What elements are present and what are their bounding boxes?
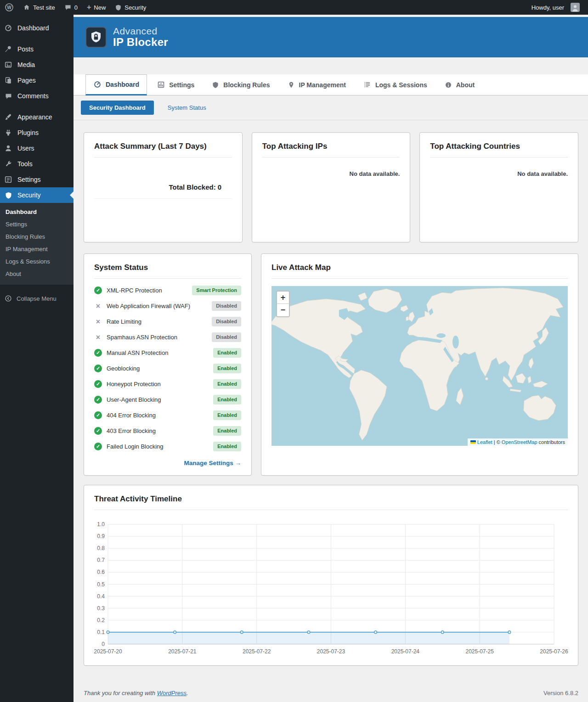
check-circle-icon: ✓ [94, 349, 102, 357]
sidebar-item-media[interactable]: Media [0, 57, 74, 73]
tab-bar: Dashboard Settings Blocking Rules IP Man… [74, 74, 588, 95]
status-badge: Enabled [213, 379, 241, 389]
leaflet-map[interactable]: + − Leaflet | © OpenStreetMap contributo… [271, 286, 568, 446]
status-label: Geoblocking [107, 365, 209, 372]
submenu-item-ip-management[interactable]: IP Management [0, 243, 74, 255]
security-dashboard-button[interactable]: Security Dashboard [81, 101, 154, 115]
sidebar-item-pages[interactable]: Pages [0, 73, 74, 88]
status-row: ✓ 403 Error Blocking Enabled [94, 423, 241, 438]
ukraine-flag-icon [470, 440, 476, 444]
footer: Thank you for creating with WordPress. V… [74, 666, 588, 696]
status-badge: Enabled [213, 395, 241, 404]
tab-about[interactable]: About [437, 74, 482, 95]
y-tick-label: 0.4 [97, 593, 105, 600]
zoom-out-button[interactable]: − [277, 304, 289, 316]
tab-label: Settings [169, 81, 194, 89]
wordpress-logo-menu[interactable]: W [0, 0, 18, 15]
submenu-item-about[interactable]: About [0, 268, 74, 280]
tab-settings[interactable]: Settings [150, 74, 202, 95]
status-row: ✓ Geoblocking Enabled [94, 360, 241, 376]
tab-label: IP Management [299, 81, 346, 89]
status-badge: Disabled [212, 301, 241, 311]
tab-blocking-rules[interactable]: Blocking Rules [204, 74, 277, 95]
card-title: Threat Activity Timeline [94, 494, 568, 510]
card-title: System Status [94, 263, 241, 279]
sidebar-item-users[interactable]: Users [0, 140, 74, 156]
y-tick-label: 0 [102, 641, 105, 647]
screen: W Test site 0 + New [0, 0, 588, 702]
status-map-row: System Status ✓ XML-RPC Protection Smart… [84, 253, 578, 476]
data-point [374, 631, 377, 634]
admin-bar-right: Howdy, user [527, 0, 588, 15]
comments-menu[interactable]: 0 [60, 0, 82, 15]
footer-period: . [187, 690, 188, 696]
pages-icon [4, 76, 13, 85]
submenu-item-logs-sessions[interactable]: Logs & Sessions [0, 255, 74, 268]
log-list-icon [363, 81, 371, 89]
status-badge: Enabled [213, 348, 241, 358]
caspian-sea [452, 336, 459, 348]
black-sea [436, 333, 446, 338]
x-tick-label: 2025-07-24 [391, 648, 420, 655]
sidebar-item-label: Media [17, 61, 35, 68]
card-title: Attack Summary (Last 7 Days) [94, 142, 232, 157]
status-label: Honeypot Protection [107, 381, 209, 388]
pushpin-icon [4, 45, 13, 54]
shield-icon [115, 4, 122, 11]
y-tick-label: 0.5 [97, 581, 105, 588]
map-zoom-control: + − [276, 291, 290, 317]
zoom-in-button[interactable]: + [277, 292, 289, 304]
sidebar-item-dashboard[interactable]: Dashboard [0, 20, 74, 36]
sidebar-item-posts[interactable]: Posts [0, 41, 74, 57]
live-attack-map-card: Live Attack Map [261, 253, 578, 476]
status-label: 404 Error Blocking [107, 412, 209, 419]
sidebar-item-label: Tools [17, 160, 33, 168]
submenu-item-blocking-rules[interactable]: Blocking Rules [0, 230, 74, 243]
no-data-message: No data available. [262, 170, 400, 177]
manage-settings-link[interactable]: Manage Settings → [94, 460, 241, 466]
data-point [441, 631, 444, 634]
comments-icon [4, 91, 13, 101]
collapse-menu-button[interactable]: Collapse Menu [0, 289, 74, 308]
sidebar-item-label: Settings [17, 176, 41, 183]
sidebar-item-security[interactable]: Security [0, 187, 74, 203]
sidebar-item-settings[interactable]: Settings [0, 172, 74, 187]
sidebar-item-tools[interactable]: Tools [0, 156, 74, 172]
submenu-item-dashboard[interactable]: Dashboard [0, 206, 74, 218]
site-name-menu[interactable]: Test site [18, 0, 60, 15]
wordpress-link[interactable]: WordPress [157, 690, 187, 696]
sidebar-item-label: Pages [17, 77, 36, 84]
plus-icon: + [87, 3, 91, 11]
sidebar: Dashboard Posts Media Pages Comments [0, 15, 74, 702]
tab-dashboard[interactable]: Dashboard [85, 74, 147, 95]
sidebar-item-comments[interactable]: Comments [0, 88, 74, 104]
sidebar-item-label: Dashboard [17, 24, 49, 32]
tab-logs-sessions[interactable]: Logs & Sessions [356, 74, 435, 95]
sub-navigation: Security Dashboard System Status [74, 95, 588, 120]
map-attribution: Leaflet | © OpenStreetMap contributors [468, 438, 568, 446]
submenu-item-settings[interactable]: Settings [0, 218, 74, 230]
new-menu[interactable]: + New [82, 0, 110, 15]
new-label: New [94, 4, 106, 11]
shield-icon [4, 191, 13, 200]
howdy-menu[interactable]: Howdy, user [527, 0, 584, 15]
plugin-title: Advanced IP Blocker [113, 26, 168, 48]
status-label: Rate Limiting [107, 318, 207, 325]
sidebar-item-plugins[interactable]: Plugins [0, 125, 74, 140]
tab-ip-management[interactable]: IP Management [280, 74, 353, 95]
summary-cards-row: Attack Summary (Last 7 Days) Total Block… [84, 132, 578, 242]
sidebar-item-appearance[interactable]: Appearance [0, 109, 74, 125]
leaflet-link[interactable]: Leaflet [477, 439, 492, 445]
plug-icon [4, 128, 13, 137]
data-point [241, 631, 243, 634]
system-status-link[interactable]: System Status [168, 104, 206, 111]
sidebar-item-label: Plugins [17, 129, 39, 136]
sri-lanka [485, 377, 488, 380]
security-adminbar-menu[interactable]: Security [110, 0, 151, 15]
x-tick-label: 2025-07-25 [465, 648, 494, 655]
paintbrush-icon [4, 112, 13, 122]
footer-thanks-prefix: Thank you for creating with [84, 690, 157, 696]
wordpress-logo-icon: W [5, 3, 14, 12]
card-title: Live Attack Map [271, 263, 568, 279]
openstreetmap-link[interactable]: OpenStreetMap [502, 439, 537, 445]
